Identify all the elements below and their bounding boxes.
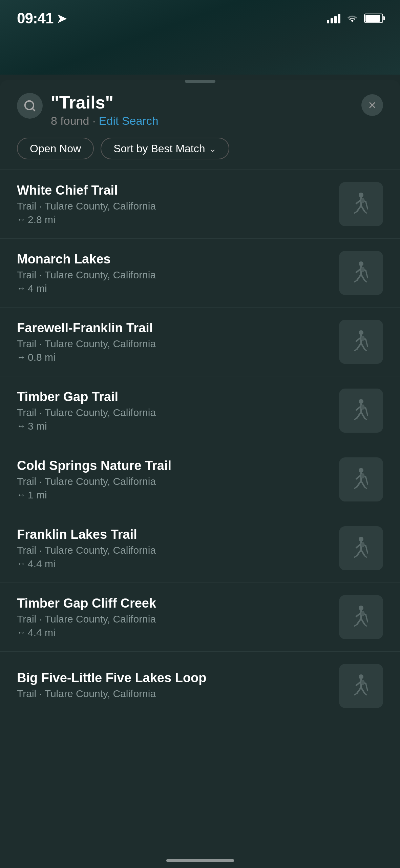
- close-button[interactable]: [361, 94, 383, 116]
- trail-item[interactable]: Farewell-Franklin Trail Trail · Tulare C…: [0, 308, 400, 376]
- trail-name: Timber Gap Trail: [17, 390, 329, 404]
- trail-info: Timber Gap Cliff Creek Trail · Tulare Co…: [17, 596, 329, 638]
- trail-subtitle: Trail · Tulare County, California: [17, 200, 329, 212]
- trail-distance: ↔ 2.8 mi: [17, 214, 329, 225]
- svg-line-55: [357, 550, 361, 556]
- search-title-area: "Trails" 8 found · Edit Search: [51, 93, 159, 127]
- svg-line-14: [366, 271, 367, 278]
- trail-subtitle: Trail · Tulare County, California: [17, 269, 329, 281]
- svg-line-17: [355, 280, 357, 282]
- trail-subtitle: Trail · Tulare County, California: [17, 688, 329, 699]
- filter-row: Open Now Sort by Best Match ⌄: [0, 134, 400, 170]
- trail-thumbnail: [339, 251, 383, 295]
- signal-strength-icon: [327, 13, 340, 23]
- trail-distance: ↔ 0.8 mi: [17, 352, 329, 363]
- svg-line-37: [355, 418, 357, 419]
- status-icons: [327, 12, 383, 25]
- trail-distance: ↔ 4.4 mi: [17, 627, 329, 638]
- sort-button[interactable]: Sort by Best Match ⌄: [101, 138, 229, 159]
- svg-line-45: [357, 481, 361, 487]
- trail-thumbnail: [339, 595, 383, 639]
- svg-line-57: [355, 556, 357, 557]
- trail-info: Monarch Lakes Trail · Tulare County, Cal…: [17, 252, 329, 294]
- svg-point-49: [361, 473, 365, 479]
- trail-thumbnail: [339, 457, 383, 501]
- drag-handle[interactable]: [185, 80, 215, 83]
- trail-name: Cold Springs Nature Trail: [17, 458, 329, 473]
- trail-subtitle: Trail · Tulare County, California: [17, 407, 329, 418]
- svg-line-4: [366, 202, 367, 209]
- search-query: "Trails": [51, 93, 159, 112]
- trail-name: Franklin Lakes Trail: [17, 527, 329, 542]
- bottom-sheet: "Trails" 8 found · Edit Search Open Now …: [0, 80, 400, 868]
- trail-info: Timber Gap Trail Trail · Tulare County, …: [17, 390, 329, 432]
- svg-line-25: [357, 343, 361, 350]
- svg-line-35: [357, 412, 361, 418]
- svg-line-18: [365, 280, 366, 282]
- trail-item[interactable]: Timber Gap Trail Trail · Tulare County, …: [0, 376, 400, 445]
- trail-item[interactable]: White Chief Trail Trail · Tulare County,…: [0, 170, 400, 239]
- close-icon: [367, 100, 377, 110]
- svg-line-64: [366, 615, 367, 622]
- svg-line-15: [357, 275, 361, 281]
- svg-line-47: [355, 487, 357, 488]
- svg-line-65: [357, 619, 361, 625]
- open-now-label: Open Now: [30, 142, 81, 155]
- trail-name: Timber Gap Cliff Creek: [17, 596, 329, 611]
- search-meta: 8 found · Edit Search: [51, 114, 159, 127]
- svg-point-9: [361, 198, 365, 203]
- status-time: 09:41: [17, 10, 54, 27]
- trail-thumbnail: [339, 389, 383, 433]
- svg-line-16: [361, 275, 365, 281]
- svg-line-68: [365, 625, 366, 626]
- trail-subtitle: Trail · Tulare County, California: [17, 476, 329, 487]
- trail-item[interactable]: Monarch Lakes Trail · Tulare County, Cal…: [0, 239, 400, 308]
- trail-distance: ↔ 1 mi: [17, 489, 329, 501]
- svg-point-39: [361, 405, 365, 410]
- trail-distance: ↔ 3 mi: [17, 420, 329, 432]
- trail-name: Big Five-Little Five Lakes Loop: [17, 671, 329, 685]
- edit-search-link[interactable]: Edit Search: [99, 114, 159, 127]
- svg-line-48: [365, 487, 366, 488]
- chevron-down-icon: ⌄: [209, 143, 216, 154]
- home-indicator: [166, 859, 234, 862]
- svg-line-54: [366, 546, 367, 553]
- svg-line-8: [365, 212, 366, 213]
- svg-point-79: [361, 680, 365, 685]
- trail-distance: ↔ 4 mi: [17, 283, 329, 294]
- svg-line-34: [366, 408, 367, 415]
- trail-item[interactable]: Franklin Lakes Trail Trail · Tulare Coun…: [0, 514, 400, 583]
- svg-line-38: [365, 418, 366, 419]
- trail-info: Big Five-Little Five Lakes Loop Trail · …: [17, 671, 329, 702]
- trail-subtitle: Trail · Tulare County, California: [17, 613, 329, 625]
- status-bar: 09:41 ➤: [0, 0, 400, 27]
- svg-line-76: [361, 688, 365, 694]
- location-arrow-icon: ➤: [56, 11, 68, 26]
- trail-item[interactable]: Big Five-Little Five Lakes Loop Trail · …: [0, 652, 400, 720]
- open-now-button[interactable]: Open Now: [17, 138, 94, 159]
- svg-line-27: [355, 349, 357, 351]
- svg-line-6: [361, 206, 365, 212]
- trail-thumbnail: [339, 320, 383, 364]
- svg-line-78: [365, 693, 366, 695]
- trail-subtitle: Trail · Tulare County, California: [17, 338, 329, 350]
- map-background: 09:41 ➤: [0, 0, 400, 75]
- result-count: 8 found: [51, 114, 89, 127]
- trail-thumbnail: [339, 182, 383, 226]
- svg-line-44: [366, 477, 367, 484]
- trail-thumbnail: [339, 526, 383, 570]
- svg-line-74: [366, 684, 367, 691]
- trail-info: White Chief Trail Trail · Tulare County,…: [17, 183, 329, 225]
- battery-icon: [364, 14, 383, 23]
- search-header: "Trails" 8 found · Edit Search: [0, 83, 400, 134]
- svg-point-59: [361, 542, 365, 548]
- svg-line-7: [355, 212, 357, 213]
- svg-point-69: [361, 611, 365, 616]
- trail-item[interactable]: Timber Gap Cliff Creek Trail · Tulare Co…: [0, 583, 400, 652]
- trail-item[interactable]: Cold Springs Nature Trail Trail · Tulare…: [0, 445, 400, 514]
- svg-point-29: [361, 336, 365, 341]
- svg-line-66: [361, 619, 365, 625]
- trail-name: Farewell-Franklin Trail: [17, 321, 329, 335]
- trail-distance: ↔ 4.4 mi: [17, 558, 329, 570]
- svg-line-24: [366, 339, 367, 347]
